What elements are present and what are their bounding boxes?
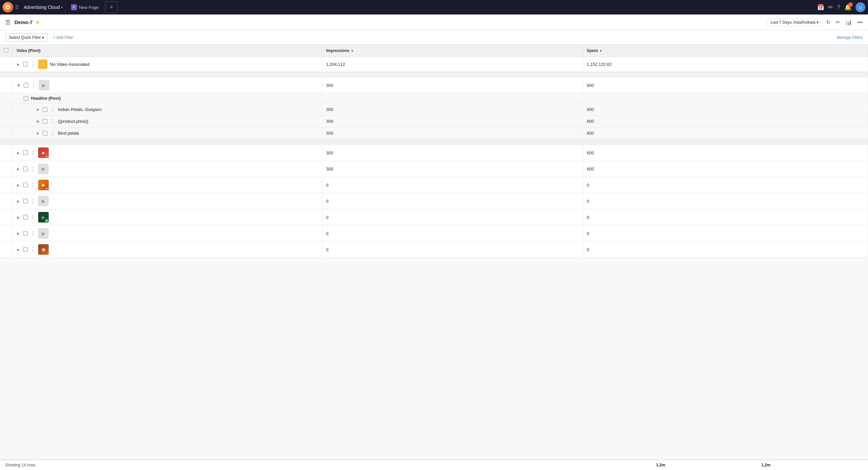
manage-filters-button[interactable]: Manage Filters bbox=[837, 35, 863, 40]
row2a-impressions: 300 bbox=[322, 104, 582, 116]
table-row: ▶ ⋮ ⚠ No Video Associated 1,204,112 1,15… bbox=[0, 57, 868, 72]
row2c-checkbox[interactable] bbox=[43, 131, 48, 136]
row1-spent: 1,152,122.62 bbox=[583, 57, 868, 72]
calendar-icon[interactable]: 📅 bbox=[817, 4, 824, 11]
row2-expand-cell bbox=[0, 77, 12, 93]
row6-checkbox[interactable] bbox=[23, 199, 28, 203]
impressions-sort-icon[interactable]: ▼ bbox=[351, 49, 354, 53]
row9-expand-button[interactable]: ▶ bbox=[17, 247, 21, 252]
page-title: Demo-7 bbox=[14, 20, 33, 25]
secondary-toolbar: ☰ Demo-7 ★ Last 7 Days, Asia/Kolkata ▾ ↻… bbox=[0, 14, 868, 30]
table-row: ▶ ⋮ ▶ 0 0 bbox=[0, 193, 868, 209]
row4-thumb: ▶ bbox=[38, 164, 49, 174]
row3-expand-button[interactable]: ▶ bbox=[17, 150, 21, 155]
row7-menu-icon[interactable]: ⋮ bbox=[30, 214, 35, 221]
app-name-button[interactable]: Advertising Cloud ▾ bbox=[21, 0, 66, 14]
row2b-name: {{product.price}} bbox=[58, 119, 89, 124]
row5-menu-icon[interactable]: ⋮ bbox=[30, 182, 35, 188]
row8-expand-button[interactable]: ▶ bbox=[17, 231, 21, 236]
row3-video-cell: ▶ ⋮ ▶ ▶ bbox=[12, 145, 322, 161]
table-row: ▶ ⋮ Best petals 300 600 bbox=[0, 127, 868, 139]
row6-spent: 0 bbox=[583, 193, 868, 209]
filter-bar: Select Quick Filter ▾ + Add Filter Manag… bbox=[0, 30, 868, 45]
notifications-icon[interactable]: 🔔 2 bbox=[844, 4, 851, 11]
row2a-checkbox[interactable] bbox=[43, 107, 48, 112]
row1-menu-icon[interactable]: ⋮ bbox=[30, 61, 35, 67]
quick-filter-button[interactable]: Select Quick Filter ▾ bbox=[5, 33, 48, 42]
table-scroll-area[interactable]: Video (Pivot) Impressions ▼ Spent ▼ bbox=[0, 45, 868, 460]
row2-menu-icon[interactable]: ⋮ bbox=[31, 82, 36, 89]
new-page-tab[interactable]: P New Page bbox=[66, 0, 104, 14]
row3-checkbox[interactable] bbox=[23, 150, 28, 155]
row4-menu-icon[interactable]: ⋮ bbox=[30, 166, 35, 172]
row2b-checkbox[interactable] bbox=[43, 119, 48, 124]
quick-filter-chevron-icon: ▾ bbox=[42, 35, 44, 40]
more-options-icon[interactable]: ••• bbox=[856, 18, 864, 27]
row2c-expand-button[interactable]: ▶ bbox=[36, 131, 40, 136]
row4-impressions: 300 bbox=[322, 161, 582, 177]
row8-menu-icon[interactable]: ⋮ bbox=[30, 230, 35, 237]
row9-spent: 0 bbox=[583, 242, 868, 258]
header-select-all[interactable] bbox=[0, 45, 12, 57]
row2-checkbox[interactable] bbox=[24, 83, 28, 88]
header-impressions[interactable]: Impressions ▼ bbox=[322, 45, 582, 57]
row2b-video-cell: ▶ ⋮ {{product.price}} bbox=[12, 116, 322, 127]
row4-checkbox[interactable] bbox=[23, 167, 28, 171]
row7-expand-button[interactable]: ▶ bbox=[17, 215, 21, 220]
subgroup-header-checkbox[interactable] bbox=[24, 96, 28, 101]
row5-thumb: ▶ ▶ bbox=[38, 180, 49, 190]
row2b-expand-button[interactable]: ▶ bbox=[36, 119, 40, 124]
toolbar-right: Last 7 Days, Asia/Kolkata ▾ ↻ ✏ 📊 ••• bbox=[767, 18, 864, 27]
select-all-checkbox[interactable] bbox=[4, 48, 8, 52]
row7-video-cell: ▶ ⋮ ▶ ▶ bbox=[12, 209, 322, 226]
row2b-spent: 600 bbox=[583, 116, 868, 127]
help-icon[interactable]: ? bbox=[837, 4, 840, 11]
row2-expand-button[interactable]: ▼ bbox=[17, 83, 21, 88]
row7-thumb: ▶ ▶ bbox=[38, 212, 49, 223]
row9-thumb: 🌸 bbox=[38, 244, 49, 255]
row1-expand-button[interactable]: ▶ bbox=[17, 62, 21, 67]
tab-page-icon: P bbox=[71, 4, 77, 10]
row9-checkbox[interactable] bbox=[23, 247, 28, 252]
date-filter-button[interactable]: Last 7 Days, Asia/Kolkata ▾ bbox=[767, 19, 822, 26]
row2-video-cell: ▼ ⋮ ▶ bbox=[12, 77, 322, 93]
row7-checkbox[interactable] bbox=[23, 215, 28, 219]
grid-icon[interactable]: ⠿ bbox=[15, 4, 19, 10]
subgroup-header-cell: Headline (Pivot) bbox=[0, 93, 868, 104]
row2a-expand-button[interactable]: ▶ bbox=[36, 107, 40, 112]
header-spent[interactable]: Spent ▼ bbox=[583, 45, 868, 57]
edit-icon[interactable]: ✏ bbox=[828, 4, 833, 11]
chart-icon[interactable]: 📊 bbox=[844, 18, 853, 27]
row4-video-cell: ▶ ⋮ ▶ bbox=[12, 161, 322, 177]
row2c-menu-icon[interactable]: ⋮ bbox=[50, 130, 55, 136]
app-logo[interactable] bbox=[3, 2, 13, 12]
add-tab-button[interactable]: + bbox=[105, 1, 118, 13]
user-avatar[interactable]: U bbox=[856, 2, 865, 12]
edit-pencil-icon[interactable]: ✏ bbox=[834, 18, 841, 27]
header-video[interactable]: Video (Pivot) bbox=[12, 45, 322, 57]
row8-video-cell: ▶ ⋮ ▶ bbox=[12, 226, 322, 242]
row2b-menu-icon[interactable]: ⋮ bbox=[50, 118, 55, 124]
row6-expand-button[interactable]: ▶ bbox=[17, 199, 21, 204]
menu-button[interactable]: ☰ bbox=[4, 18, 12, 27]
row8-impressions: 0 bbox=[322, 226, 582, 242]
row9-menu-icon[interactable]: ⋮ bbox=[30, 246, 35, 253]
row5-checkbox[interactable] bbox=[23, 183, 28, 187]
row5-expand-button[interactable]: ▶ bbox=[17, 183, 21, 187]
row2c-video-cell: ▶ ⋮ Best petals bbox=[12, 127, 322, 139]
refresh-icon[interactable]: ↻ bbox=[825, 18, 832, 27]
row6-menu-icon[interactable]: ⋮ bbox=[30, 198, 35, 204]
row6-thumb: ▶ bbox=[38, 196, 49, 206]
row8-checkbox[interactable] bbox=[23, 231, 28, 236]
row2a-menu-icon[interactable]: ⋮ bbox=[50, 106, 55, 113]
spent-sort-icon[interactable]: ▼ bbox=[599, 49, 602, 53]
favorite-icon[interactable]: ★ bbox=[35, 19, 40, 25]
row4-expand-button[interactable]: ▶ bbox=[17, 167, 21, 172]
row3-menu-icon[interactable]: ⋮ bbox=[30, 150, 35, 156]
add-filter-button[interactable]: + Add Filter bbox=[50, 34, 76, 41]
table-row: ▼ ⋮ ▶ 300 600 bbox=[0, 77, 868, 93]
row9-impressions: 0 bbox=[322, 242, 582, 258]
row2c-spent: 600 bbox=[583, 127, 868, 139]
row2-impressions: 300 bbox=[322, 77, 582, 93]
row1-checkbox[interactable] bbox=[23, 62, 28, 66]
